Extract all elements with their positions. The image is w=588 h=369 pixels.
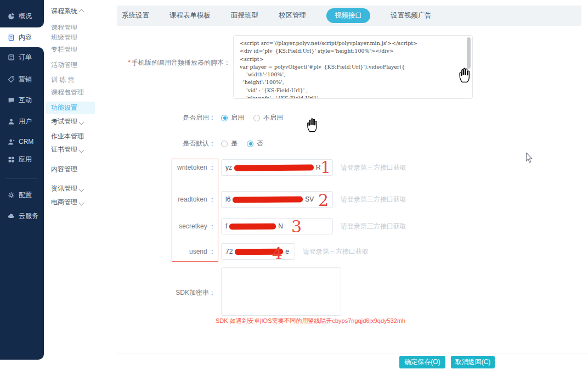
grab-hand-cursor: [305, 116, 320, 135]
player-script-code: <script src='//player.polyv.net/script/p…: [240, 40, 466, 99]
submenu-item-column-management[interactable]: 专栏管理: [44, 44, 117, 54]
tab-campus-management[interactable]: 校区管理: [279, 11, 306, 20]
submenu-item-certificate-management[interactable]: 证书管理: [44, 144, 117, 154]
sidebar-item-content[interactable]: 内容: [0, 27, 44, 47]
sidebar-divider: [5, 178, 37, 179]
userid-input[interactable]: 72 e: [221, 243, 295, 260]
sidebar-item-orders[interactable]: 订单: [0, 52, 44, 63]
submenu-item-news-management[interactable]: 资讯管理: [44, 183, 117, 193]
annotation-number-2: 2: [318, 192, 329, 209]
footer-divider: [117, 354, 588, 354]
enable-field-label: 是否启用：: [122, 113, 216, 122]
readtoken-row: readtoken ： l6 SV 请登录第三方接口获取: [122, 191, 406, 208]
sidebar-item-label: 云服务: [19, 211, 38, 221]
marketing-tag-icon: [8, 76, 15, 83]
sidebar-item-cloud-services[interactable]: 云服务: [0, 210, 44, 221]
chevron-down-icon: [79, 148, 84, 153]
writetoken-input[interactable]: yz R: [221, 159, 333, 176]
default-field-label: 是否默认：: [122, 139, 216, 148]
chevron-down-icon: [79, 187, 84, 192]
readtoken-hint: 请登录第三方接口获取: [341, 195, 406, 204]
tab-system-settings[interactable]: 系统设置: [122, 11, 149, 20]
radio-selected-icon[interactable]: [247, 141, 253, 147]
readtoken-input[interactable]: l6 SV: [221, 191, 333, 208]
textarea-scrollbar-thumb[interactable]: [467, 37, 471, 69]
sidebar-item-marketing[interactable]: 营销: [0, 74, 44, 85]
cloud-icon: [8, 213, 15, 220]
sidebar-item-crm[interactable]: CRM: [0, 136, 44, 147]
chat-bubble-icon: [8, 97, 15, 104]
sidebar-item-label: 应用: [19, 155, 32, 164]
tab-offline-class-type[interactable]: 面授班型: [231, 11, 258, 20]
radio-enable[interactable]: 启用: [221, 113, 244, 122]
submenu-item-course-package[interactable]: 课程包管理: [44, 87, 117, 97]
sidebar-item-label: 配置: [19, 191, 32, 200]
redaction-bar: [229, 223, 276, 230]
sidebar-item-users[interactable]: 用户: [0, 116, 44, 127]
submenu-item-class-management[interactable]: 班级管理: [44, 32, 117, 42]
radio-default-yes[interactable]: 是: [221, 139, 238, 148]
script-field-label: *手机版的调用音频播放器的脚本：: [117, 58, 230, 68]
radio-selected-icon[interactable]: [221, 115, 228, 121]
tab-video-ad-settings[interactable]: 设置视频广告: [391, 11, 432, 20]
sidebar-item-label: 营销: [19, 75, 32, 84]
crm-user-icon: [8, 138, 15, 146]
redaction-bar: [234, 164, 314, 171]
userid-hint: 请登录第三方接口获取: [303, 247, 369, 256]
radio-disable[interactable]: 不启用: [253, 113, 283, 122]
primary-sidebar: 概况 内容 订单 营销 互动 用户 CRM 应用: [0, 0, 44, 369]
chevron-down-icon: [79, 120, 84, 125]
submenu-item-course-system[interactable]: 课程系统: [44, 6, 117, 16]
submenu-item-workbook-management[interactable]: 作业本管理: [44, 131, 117, 141]
grab-hand-cursor: [457, 66, 473, 86]
required-asterisk: *: [128, 59, 131, 66]
tab-video-interface[interactable]: 视频接口: [326, 8, 370, 23]
settings-tabbar: 系统设置 课程表单模板 面授班型 校区管理 视频接口 设置视频广告: [117, 5, 581, 26]
cancel-button[interactable]: 取消返回(C): [451, 356, 495, 368]
sdk-textarea[interactable]: [221, 267, 341, 316]
radio-default-no[interactable]: 否: [247, 139, 263, 148]
submenu-item-ecommerce-management[interactable]: 电商管理: [44, 197, 117, 207]
annotation-number-1: 1: [320, 159, 331, 176]
sidebar-item-overview[interactable]: 概况: [0, 10, 44, 21]
submenu-item-exam-management[interactable]: 考试管理: [44, 116, 117, 126]
sidebar-item-settings[interactable]: 配置: [0, 189, 44, 200]
submenu-item-content-management[interactable]: 内容管理: [44, 164, 117, 174]
chevron-down-icon: [79, 200, 84, 206]
content-doc-icon: [8, 34, 15, 41]
submenu-item-training-camp[interactable]: 训 练 营: [44, 75, 117, 85]
radio-unselected-icon[interactable]: [253, 115, 260, 121]
sidebar-item-label: 互动: [19, 96, 32, 105]
submenu-item-course-management[interactable]: 课程管理: [44, 23, 117, 32]
player-script-textarea[interactable]: <script src='//player.polyv.net/script/p…: [233, 35, 473, 99]
sdk-warning-text: SDK 如遇到安卓|IOS需要不同的用竖线隔开cbyps7ngqjd6|x9qd…: [216, 317, 405, 325]
secretkey-input[interactable]: f N: [221, 218, 333, 234]
sidebar-item-label: CRM: [19, 138, 33, 146]
save-button[interactable]: 确定保存(O): [399, 356, 445, 368]
redaction-bar: [233, 196, 303, 203]
annotation-box: [172, 159, 218, 262]
sidebar-item-apps[interactable]: 应用: [0, 154, 44, 165]
sidebar-item-label: 订单: [19, 53, 32, 62]
secretkey-row: secretkey ： f N 请登录第三方接口获取: [122, 218, 406, 234]
user-icon: [8, 118, 15, 125]
sidebar-item-label: 内容: [19, 33, 32, 42]
sidebar-item-label: 概况: [19, 12, 32, 21]
sidebar-item-interaction[interactable]: 互动: [0, 94, 44, 105]
secretkey-hint: 请登录第三方接口获取: [341, 222, 406, 231]
chevron-up-icon: [79, 9, 84, 15]
apps-grid-icon: [8, 156, 15, 163]
userid-row: userid ： 72 e 请登录第三方接口获取: [122, 243, 369, 260]
pie-chart-icon: [8, 13, 15, 20]
sdk-field-label: SDK加密串：: [122, 288, 216, 298]
submenu-item-activity-management[interactable]: 活动管理: [44, 60, 117, 70]
submenu-item-function-settings[interactable]: 功能设置: [46, 102, 95, 114]
order-list-icon: [8, 54, 15, 61]
enable-field-row: 是否启用： 启用 不启用: [122, 113, 292, 122]
annotation-number-4: 4: [272, 245, 282, 262]
tab-course-form-template[interactable]: 课程表单模板: [169, 11, 211, 20]
app-root: 概况 内容 订单 营销 互动 用户 CRM 应用: [0, 0, 588, 369]
radio-unselected-icon[interactable]: [221, 141, 228, 147]
arrow-cursor: [525, 153, 533, 166]
gear-icon: [8, 192, 15, 199]
